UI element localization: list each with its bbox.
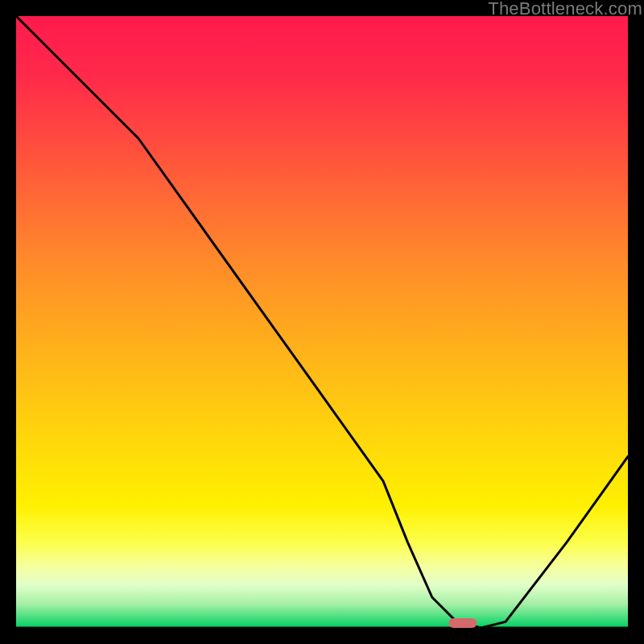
plot-area [16, 16, 628, 628]
bottleneck-curve [16, 16, 628, 628]
minimum-marker [448, 618, 477, 628]
chart-frame: TheBottleneck.com [0, 0, 644, 644]
chart-svg [16, 16, 628, 628]
watermark-label: TheBottleneck.com [488, 0, 642, 19]
